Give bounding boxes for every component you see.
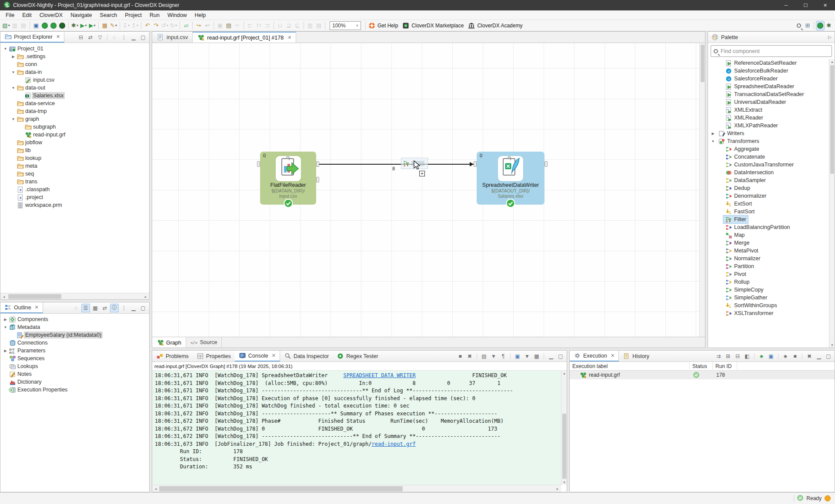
new-project-button[interactable] xyxy=(49,21,58,30)
tree-item-jobflow[interactable]: jobflow xyxy=(0,139,149,146)
tree-item-graph[interactable]: ▼ graph xyxy=(0,115,149,123)
tree-item-input-csv[interactable]: input.csv xyxy=(0,76,149,84)
palette-item-datasampler[interactable]: DataSampler xyxy=(708,176,829,184)
console-vscrollbar[interactable]: ▴ ▾ xyxy=(561,371,567,485)
academy-label[interactable]: CloverDX Academy xyxy=(477,23,522,29)
explorer-hscrollbar[interactable]: ◂ ▸ xyxy=(0,293,149,299)
clear-button[interactable]: ▤ xyxy=(480,352,488,361)
palette-item-dataintersection[interactable]: DataIntersection xyxy=(708,169,829,176)
node-flatfilereader[interactable]: 0 FlatFileReader ${DATAIN_DIR}/input.csv xyxy=(260,152,316,205)
maximize-window-button[interactable]: ☐ xyxy=(796,0,815,10)
tree-item-data-in[interactable]: ▼ data-in xyxy=(0,68,149,76)
close-icon[interactable]: ✕ xyxy=(272,353,276,358)
minimize-button[interactable]: ▁ xyxy=(129,304,138,312)
palette-item-partition[interactable]: Partition xyxy=(708,262,829,270)
reader-output-port[interactable] xyxy=(316,161,319,167)
collapse-icon[interactable]: ▼ xyxy=(10,86,17,90)
tree-item-connections[interactable]: Connections xyxy=(0,339,149,347)
tree-item-metadata[interactable]: ▼ Metadata xyxy=(0,323,149,331)
marketplace-label[interactable]: CloverDX Marketplace xyxy=(411,23,464,29)
editor-tab-input.csv[interactable]: input.csv xyxy=(152,32,193,43)
expand-icon[interactable]: ▶ xyxy=(2,349,9,353)
tree-item-meta[interactable]: meta xyxy=(0,162,149,170)
palette-item-salesforcereader[interactable]: sf SalesforceReader xyxy=(708,75,829,83)
lifebuoy-button[interactable] xyxy=(367,21,376,30)
minimize-button[interactable]: ▁ xyxy=(815,352,823,361)
tree-item-salaries-xlsx[interactable]: X Salaries.xlsx xyxy=(0,92,149,99)
tree-item-parameters[interactable]: ▶ X=YA=1 Parameters xyxy=(0,347,149,355)
tab-outline[interactable]: Outline ✕ xyxy=(0,302,43,313)
align-left-button[interactable]: ⊏ xyxy=(246,21,254,30)
writer-input-port[interactable] xyxy=(474,161,477,167)
palette-item-transactionaldatasetreader[interactable]: TransactionalDataSetReader xyxy=(708,90,829,98)
palette-item-referencedatasetreader[interactable]: ReferenceDataSetReader xyxy=(708,59,829,67)
maximize-button[interactable]: ▢ xyxy=(556,352,565,361)
tree-item-data-out[interactable]: ▼ data-out xyxy=(0,84,149,92)
pin-console-button[interactable]: ▼ xyxy=(523,352,531,361)
back-nav-button[interactable]: ↶ xyxy=(143,21,152,30)
forward-nav-button[interactable]: ↷ xyxy=(152,21,160,30)
view-menu-button[interactable]: ⋮ xyxy=(120,304,128,312)
menu-run[interactable]: Run xyxy=(146,11,164,19)
redo-button[interactable]: ↻▾ xyxy=(169,21,178,30)
menu-cloverdx[interactable]: CloverDX xyxy=(36,11,67,19)
focus-button[interactable]: ◌ xyxy=(110,33,119,42)
clover-ball-button[interactable] xyxy=(40,21,49,30)
menu-navigate[interactable]: Navigate xyxy=(67,11,96,19)
stop-gray-button[interactable]: ■ xyxy=(791,352,799,361)
palette-item-writers[interactable]: ▶ Writers xyxy=(708,129,829,137)
expand-icon[interactable]: ▶ xyxy=(10,55,17,59)
expand-all-button[interactable]: ⊞ xyxy=(724,352,732,361)
word-wrap-button[interactable]: ¶ xyxy=(499,352,508,361)
align-top-button[interactable]: ⊔ xyxy=(276,21,284,30)
minimize-button[interactable]: ▁ xyxy=(547,352,555,361)
console-log[interactable]: 18:06:31,671 INFO [WatchDog_178] Spreads… xyxy=(152,371,561,485)
palette-item-merge[interactable]: Merge xyxy=(708,239,829,247)
expand-icon[interactable]: ▶ xyxy=(2,318,9,322)
collapse-all-button[interactable]: ⊟ xyxy=(77,33,85,42)
palette-item-denormalizer[interactable]: Denormalizer xyxy=(708,192,829,200)
editor-tab-read-input.grf[interactable]: read-input.grf [Project_01] #178 ✕ xyxy=(193,32,296,43)
tab-data-inspector[interactable]: Data Inspector xyxy=(280,351,333,361)
palette-item-map[interactable]: Map xyxy=(708,231,829,239)
close-icon[interactable]: ✕ xyxy=(56,34,60,40)
tree-item-execution-properties[interactable]: Execution Properties xyxy=(0,386,149,394)
node-spreadsheetdatawriter[interactable]: 0 SpreadsheetDataWriter ${DATAOUT_DIR}/S… xyxy=(477,152,544,205)
editor-mode-tab-graph[interactable]: Graph xyxy=(152,337,186,348)
tree-item-project-01[interactable]: ▼ Project_01 xyxy=(0,45,149,53)
col-run-id[interactable]: Run ID xyxy=(713,362,737,370)
link-graph-button[interactable]: ▱ xyxy=(182,21,190,30)
tree-item-subgraph[interactable]: subgraph xyxy=(0,123,149,131)
palette-collapse-icon[interactable]: ▷ xyxy=(828,35,832,40)
palette-item-sortwithingroups[interactable]: SortWithinGroups xyxy=(708,302,829,309)
close-icon[interactable]: ✕ xyxy=(287,35,291,40)
palette-item-xmlextract[interactable]: x XMLExtract xyxy=(708,106,829,114)
menu-edit[interactable]: Edit xyxy=(18,11,36,19)
align-center-button[interactable]: ⊓ xyxy=(254,21,263,30)
palette-item-customjavatransformer[interactable]: CustomJavaTransformer xyxy=(708,161,829,169)
dark-clover-button[interactable] xyxy=(58,21,67,30)
console-view-button[interactable]: ▣ xyxy=(32,21,40,30)
menu-file[interactable]: File xyxy=(2,11,18,19)
edge-reader-to-writer[interactable] xyxy=(319,164,474,165)
display-console-button[interactable]: ▣ xyxy=(513,352,522,361)
lock-button[interactable]: ◧ xyxy=(743,352,752,361)
close-x-button[interactable]: ✖ xyxy=(465,352,474,361)
open-console-button[interactable]: ▦ xyxy=(532,352,541,361)
console-log-link[interactable]: SPREADSHEET DATA WRITER xyxy=(343,372,415,378)
align-right-button[interactable]: ⊐ xyxy=(263,21,272,30)
focus-button[interactable]: ◌ xyxy=(72,304,80,312)
col-execution-label[interactable]: Execution label xyxy=(570,362,690,370)
open-perspective-button[interactable]: ⊞ xyxy=(803,21,812,30)
palette-item-aggregate[interactable]: Aggregate xyxy=(708,145,829,153)
save-button[interactable]: ▥ xyxy=(10,21,19,30)
menu-help[interactable]: Help xyxy=(190,11,210,19)
show-console-button[interactable]: ▣ xyxy=(767,352,775,361)
tree-item-lib[interactable]: lib xyxy=(0,146,149,154)
step-arrows-button[interactable]: ⇉ xyxy=(714,352,723,361)
menu-project[interactable]: Project xyxy=(121,11,146,19)
run-configurations-button[interactable]: ▶▾ xyxy=(88,21,97,30)
palette-item-simplegather[interactable]: SimpleGather xyxy=(708,294,829,302)
link-with-editor-button[interactable]: ⇄ xyxy=(86,33,95,42)
menu-window[interactable]: Window xyxy=(164,11,190,19)
